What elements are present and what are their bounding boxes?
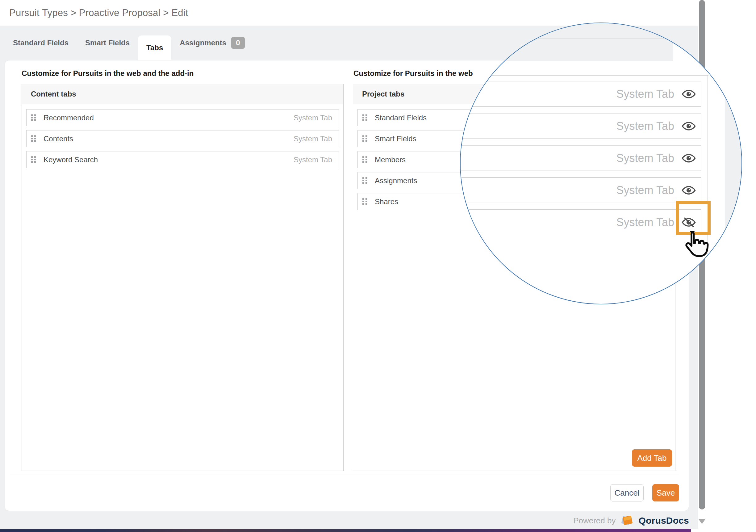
tab-row-contents[interactable]: ContentsSystem Tab xyxy=(26,130,339,147)
cancel-button[interactable]: Cancel xyxy=(610,484,644,501)
tab-row-label: Smart Fields xyxy=(375,135,417,143)
tab-label: Standard Fields xyxy=(13,38,68,47)
magnified-tab-row: System Tab xyxy=(460,145,701,171)
tab-label: Assignments xyxy=(180,38,226,47)
tab-row-label: Shares xyxy=(375,197,398,206)
magnified-system-tab-badge: System Tab xyxy=(616,184,674,197)
magnified-eye-icon[interactable] xyxy=(682,121,696,131)
magnified-system-tab-badge: System Tab xyxy=(616,152,674,165)
drag-handle-icon[interactable] xyxy=(363,177,367,184)
drag-handle-icon[interactable] xyxy=(363,136,367,142)
footer-separator xyxy=(10,475,679,475)
magnified-system-tab-badge: System Tab xyxy=(616,216,674,229)
magnified-eye-icon[interactable] xyxy=(682,89,696,99)
breadcrumb: Pursuit Types > Proactive Proposal > Edi… xyxy=(9,7,188,18)
magnified-tab-row: System Tab xyxy=(460,177,701,203)
magnified-tab-row: System Tab xyxy=(460,113,701,139)
content-tabs-panel: Content tabs RecommendedSystem TabConten… xyxy=(22,84,343,471)
system-tab-badge: System Tab xyxy=(294,135,332,143)
system-tab-badge: System Tab xyxy=(294,114,332,122)
drag-handle-icon[interactable] xyxy=(363,198,367,205)
tab-assignments[interactable]: Assignments0 xyxy=(171,26,253,60)
tab-row-label: Assignments xyxy=(375,176,417,185)
tab-row-label: Members xyxy=(375,155,406,164)
content-tabs-list: RecommendedSystem TabContentsSystem TabK… xyxy=(22,104,343,177)
tab-row-keyword-search[interactable]: Keyword SearchSystem Tab xyxy=(26,151,339,168)
tab-row-label: Standard Fields xyxy=(375,114,427,122)
drag-handle-icon[interactable] xyxy=(31,156,36,163)
drag-handle-icon[interactable] xyxy=(31,136,36,142)
tab-row-recommended[interactable]: RecommendedSystem Tab xyxy=(26,109,339,126)
right-section-heading: Customize for Pursuits in the web xyxy=(353,69,473,78)
tab-smart-fields[interactable]: Smart Fields xyxy=(77,26,138,60)
magnified-system-tab-badge: System Tab xyxy=(616,120,674,133)
magnified-content: web System TabSystem TabSystem TabSystem… xyxy=(460,22,742,304)
content-tabs-panel-title: Content tabs xyxy=(22,84,343,104)
powered-by-label: Powered by xyxy=(573,516,615,525)
pursuit-type-tab-bar: Standard FieldsSmart FieldsTabsAssignmen… xyxy=(5,26,253,60)
tab-label: Tabs xyxy=(146,43,163,52)
bottom-brand-gradient-bar xyxy=(0,529,691,532)
tab-standard-fields[interactable]: Standard Fields xyxy=(5,26,77,60)
qorusdocs-logo-icon xyxy=(620,514,634,527)
tab-row-label: Contents xyxy=(43,135,73,143)
tab-tabs[interactable]: Tabs xyxy=(138,36,171,60)
footer-brand-bar: Powered by QorusDocs xyxy=(463,513,689,528)
tab-row-label: Keyword Search xyxy=(43,155,98,164)
magnifier-overlay: web System TabSystem TabSystem TabSystem… xyxy=(460,22,742,304)
magnified-tab-row: System Tab xyxy=(460,81,701,107)
magnified-gutter-band xyxy=(725,43,742,271)
tab-count-badge: 0 xyxy=(231,37,245,49)
magnified-tab-row: System Tab xyxy=(460,209,701,235)
magnified-eye-icon[interactable] xyxy=(682,185,696,195)
magnified-panel-header-border xyxy=(460,75,709,76)
qorusdocs-brand-text: QorusDocs xyxy=(638,515,689,526)
left-section-heading: Customize for Pursuits in the web and th… xyxy=(22,69,194,78)
system-tab-badge: System Tab xyxy=(294,155,332,164)
tab-row-label: Recommended xyxy=(43,114,94,122)
drag-handle-icon[interactable] xyxy=(363,156,367,163)
save-button[interactable]: Save xyxy=(652,484,679,501)
scrollbar-down-arrow-icon[interactable] xyxy=(698,519,706,524)
tab-label: Smart Fields xyxy=(85,38,130,47)
drag-handle-icon[interactable] xyxy=(363,114,367,121)
add-tab-button[interactable]: Add Tab xyxy=(632,449,672,467)
magnified-project-tab-rows: System TabSystem TabSystem TabSystem Tab… xyxy=(460,81,701,241)
magnified-eye-icon[interactable] xyxy=(682,153,696,163)
drag-handle-icon[interactable] xyxy=(31,114,36,121)
hand-cursor-icon xyxy=(680,230,709,261)
magnified-system-tab-badge: System Tab xyxy=(616,88,674,101)
